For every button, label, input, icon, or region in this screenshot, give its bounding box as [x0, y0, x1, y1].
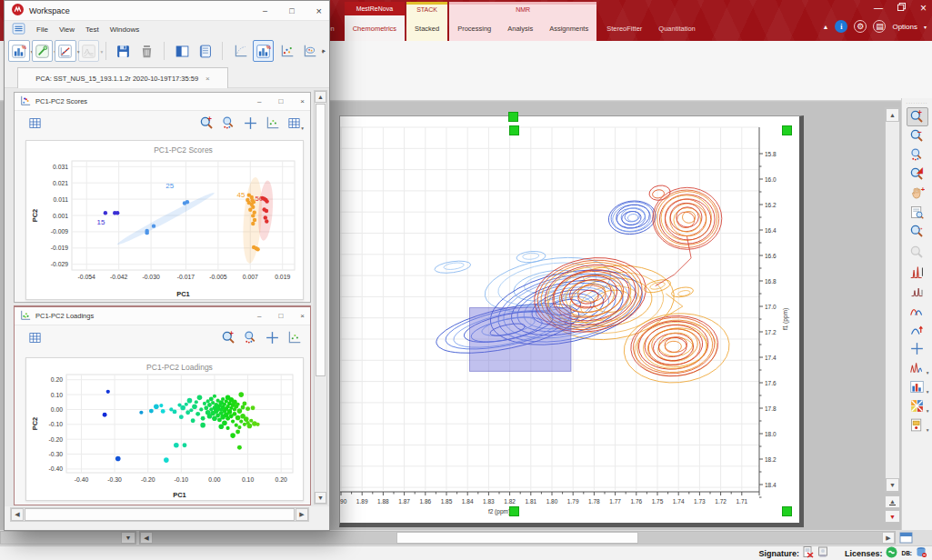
zoom-select-icon[interactable]: ◢ [907, 165, 928, 184]
minimize-button[interactable]: – [257, 97, 261, 105]
workspace-horizontal-scrollbar[interactable]: ◀ ▶ [10, 507, 309, 522]
report-view-icon[interactable] [907, 203, 928, 222]
close-button[interactable]: × [300, 97, 305, 105]
drag-handle-icon[interactable]: ......... [906, 98, 927, 107]
maximize-button[interactable]: □ [278, 312, 283, 320]
panel-dropdown-icon[interactable]: ▼ [121, 532, 135, 544]
menu-test[interactable]: Test [85, 25, 99, 34]
clipboard-icon[interactable]: ▤ [873, 20, 886, 33]
selection-handle[interactable] [782, 125, 792, 135]
crosshair-icon[interactable] [263, 329, 281, 347]
scroll-down-icon[interactable]: ▼ [315, 492, 326, 504]
tab-processing[interactable]: Processing [449, 15, 499, 41]
next-page-button[interactable]: ▼ [885, 510, 900, 523]
scroll-up-icon[interactable]: ▲ [315, 91, 326, 103]
edit-model-button[interactable]: ▾ [32, 40, 54, 62]
spectra-stack-button[interactable]: ▾ [78, 40, 100, 62]
signature-invalid-icon[interactable] [803, 546, 814, 560]
menu-file[interactable]: File [36, 25, 48, 34]
loadings-chart[interactable]: -0.40-0.30-0.20-0.100.000.100.200.200.10… [26, 358, 303, 500]
scatter-circle-button[interactable]: ▾ [299, 40, 321, 62]
contour-map-icon[interactable]: ▾ [907, 396, 928, 415]
scroll-up-icon[interactable]: ▲ [886, 108, 899, 122]
multiplet-analysis-icon[interactable]: ▾ [907, 358, 928, 377]
selection-handle[interactable] [509, 125, 519, 135]
restore-button[interactable] [897, 3, 906, 13]
workspace-titlebar[interactable]: Workspace – □ × [5, 1, 329, 21]
selection-region[interactable] [470, 307, 571, 371]
document-page[interactable]: 15.816.016.216.416.616.817.017.217.417.6… [339, 115, 804, 527]
main-vertical-scrollbar[interactable]: ▲ ▼ [885, 107, 900, 493]
crosshair-icon[interactable] [907, 339, 928, 358]
tab-quantitation[interactable]: Quantitation [650, 15, 703, 41]
scrollbar-thumb[interactable] [25, 508, 295, 521]
left-panel-scrollbar[interactable]: ▼ [0, 531, 136, 545]
close-button[interactable]: × [316, 5, 322, 16]
scores-chart[interactable]: -0.054-0.042-0.030-0.017-0.0050.0070.019… [26, 141, 303, 299]
zoom-in-red-icon[interactable]: + [219, 329, 237, 347]
pca-bars-button[interactable]: %▾ [8, 40, 30, 62]
tab-stereofitter[interactable]: StereoFitter [598, 15, 650, 41]
stamp-icon[interactable] [817, 546, 828, 560]
gear-icon[interactable]: ⚙ [854, 20, 867, 33]
crosshair-icon[interactable] [241, 115, 259, 133]
close-tab-icon[interactable]: × [205, 75, 210, 83]
menu-windows[interactable]: Windows [110, 25, 139, 34]
mag-forward-icon[interactable]: → [907, 222, 928, 241]
scores-window[interactable]: PC1-PC2 Scores – □ × +▾ -0.054-0.042-0.0… [14, 92, 311, 303]
peaks-small-icon[interactable] [907, 282, 928, 301]
minimize-button[interactable]: – [257, 312, 261, 320]
options-dropdown-icon[interactable]: ▾ [924, 24, 927, 30]
zoom-points-icon[interactable] [219, 115, 237, 133]
selection-handle[interactable] [508, 112, 518, 122]
collapse-ribbon-icon[interactable]: ▲ [822, 24, 828, 30]
integration-icon[interactable]: ▾ [907, 377, 928, 396]
plot-axes-icon[interactable] [263, 115, 281, 133]
zoom-in-icon[interactable]: + [907, 107, 928, 126]
save-button[interactable] [113, 40, 135, 62]
fit-peak-icon[interactable] [907, 320, 928, 339]
pan-hand-icon[interactable]: + [907, 184, 928, 203]
close-button[interactable]: × [920, 4, 927, 13]
scores-titlebar[interactable]: PC1-PC2 Scores – □ × [15, 93, 310, 111]
tab-stacked[interactable]: Stacked [406, 15, 447, 41]
plot-axes-icon[interactable] [285, 329, 303, 347]
zoom-in-red-icon[interactable]: + [197, 115, 215, 133]
maximize-button[interactable]: □ [289, 6, 294, 15]
zoom-points-icon[interactable] [241, 329, 259, 347]
nmr-contour-plot[interactable]: 15.816.016.216.416.616.817.017.217.417.6… [340, 116, 798, 522]
close-button[interactable]: × [300, 312, 305, 320]
zoom-points-icon[interactable] [907, 145, 928, 165]
scroll-down-icon[interactable]: ▼ [886, 478, 899, 492]
info-icon[interactable]: i [835, 20, 847, 33]
table-icon[interactable]: ▾ [285, 115, 303, 133]
zoom-out-icon[interactable]: − [907, 126, 928, 145]
trash-button[interactable] [136, 40, 158, 62]
scroll-right-icon[interactable]: ▶ [296, 508, 308, 521]
db-server-icon[interactable] [916, 546, 927, 560]
page-corner-icon[interactable] [899, 531, 919, 545]
selection-handle[interactable] [509, 506, 519, 516]
minimize-button[interactable]: — [874, 4, 883, 13]
notebook-button[interactable] [195, 40, 216, 62]
scatter-colored-button[interactable] [276, 40, 297, 62]
tab-chemometrics[interactable]: Chemometrics [345, 15, 405, 41]
mag-disabled-icon[interactable] [906, 241, 928, 263]
scores-bars-button[interactable]: % [253, 40, 275, 62]
scroll-left-icon[interactable]: ◀ [140, 532, 153, 544]
table-icon[interactable] [25, 329, 44, 347]
workspace-vertical-scrollbar[interactable]: ▲ ▼ [314, 90, 327, 505]
previous-page-button[interactable]: ▲ [885, 495, 900, 508]
selection-handle[interactable] [782, 506, 792, 516]
scroll-right-icon[interactable]: ▶ [882, 532, 895, 544]
main-horizontal-scrollbar[interactable]: ◀ ▶ [139, 531, 896, 545]
page-setup-icon[interactable]: ▾ [907, 415, 928, 435]
scrollbar-thumb[interactable] [396, 532, 638, 544]
peaks-pick-icon[interactable] [907, 263, 928, 282]
scroll-left-icon[interactable]: ◀ [11, 508, 24, 521]
tab-analysis[interactable]: Analysis [499, 15, 541, 41]
axes-plot-button[interactable] [229, 40, 251, 62]
panel-split-button[interactable] [171, 40, 193, 62]
tab-assignments[interactable]: Assignments [541, 15, 596, 41]
table-icon[interactable] [25, 115, 44, 133]
